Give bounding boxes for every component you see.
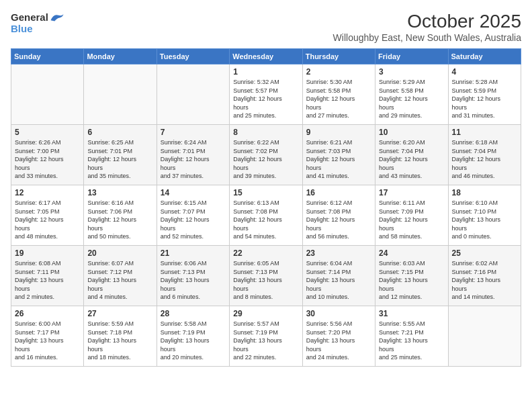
day-number: 19 xyxy=(15,248,80,258)
day-number: 31 xyxy=(379,309,444,318)
calendar-cell: 17 Sunrise: 6:11 AMSunset: 7:09 PMDaylig… xyxy=(375,185,448,246)
header-monday: Monday xyxy=(84,49,157,64)
day-number: 12 xyxy=(15,188,80,197)
day-detail: Sunrise: 5:29 AMSunset: 5:58 PMDaylight:… xyxy=(379,79,428,119)
logo-blue: Blue xyxy=(11,23,33,34)
day-detail: Sunrise: 6:11 AMSunset: 7:09 PMDaylight:… xyxy=(379,199,428,240)
day-detail: Sunrise: 6:15 AMSunset: 7:07 PMDaylight:… xyxy=(161,199,210,240)
day-detail: Sunrise: 5:59 AMSunset: 7:18 PMDaylight:… xyxy=(87,320,136,361)
day-number: 14 xyxy=(161,188,226,197)
calendar-cell: 27 Sunrise: 5:59 AMSunset: 7:18 PMDaylig… xyxy=(84,306,157,367)
page-header: General Blue October 2025 Willoughby Eas… xyxy=(11,11,521,43)
calendar-cell: 13 Sunrise: 6:16 AMSunset: 7:06 PMDaylig… xyxy=(84,185,157,246)
day-detail: Sunrise: 6:02 AMSunset: 7:16 PMDaylight:… xyxy=(452,260,501,300)
day-detail: Sunrise: 6:26 AMSunset: 7:00 PMDaylight:… xyxy=(15,139,64,179)
calendar-cell xyxy=(448,306,521,367)
day-number: 23 xyxy=(306,248,371,258)
day-detail: Sunrise: 6:24 AMSunset: 7:01 PMDaylight:… xyxy=(161,139,210,179)
day-detail: Sunrise: 6:05 AMSunset: 7:13 PMDaylight:… xyxy=(233,260,282,300)
header-saturday: Saturday xyxy=(448,49,521,64)
day-number: 5 xyxy=(15,128,80,137)
day-number: 21 xyxy=(161,248,226,258)
day-number: 15 xyxy=(233,188,298,197)
calendar-cell: 9 Sunrise: 6:21 AMSunset: 7:03 PMDayligh… xyxy=(302,125,375,185)
header-tuesday: Tuesday xyxy=(157,49,229,64)
calendar-cell xyxy=(157,64,229,125)
day-detail: Sunrise: 6:21 AMSunset: 7:03 PMDaylight:… xyxy=(306,139,355,179)
calendar-cell: 15 Sunrise: 6:13 AMSunset: 7:08 PMDaylig… xyxy=(230,185,302,246)
calendar-cell: 23 Sunrise: 6:04 AMSunset: 7:14 PMDaylig… xyxy=(302,246,375,306)
day-number: 29 xyxy=(233,309,298,318)
day-detail: Sunrise: 6:00 AMSunset: 7:17 PMDaylight:… xyxy=(15,320,64,361)
day-detail: Sunrise: 6:07 AMSunset: 7:12 PMDaylight:… xyxy=(87,260,136,300)
calendar-cell: 12 Sunrise: 6:17 AMSunset: 7:05 PMDaylig… xyxy=(11,185,84,246)
day-detail: Sunrise: 6:10 AMSunset: 7:10 PMDaylight:… xyxy=(452,199,501,240)
calendar-week-row: 1 Sunrise: 5:32 AMSunset: 5:57 PMDayligh… xyxy=(11,64,521,125)
day-number: 17 xyxy=(379,188,444,197)
day-detail: Sunrise: 5:32 AMSunset: 5:57 PMDaylight:… xyxy=(233,79,282,119)
day-number: 26 xyxy=(15,309,80,318)
calendar-header-row: SundayMondayTuesdayWednesdayThursdayFrid… xyxy=(11,49,521,64)
day-number: 11 xyxy=(452,128,517,137)
calendar-cell: 16 Sunrise: 6:12 AMSunset: 7:08 PMDaylig… xyxy=(302,185,375,246)
calendar-cell: 6 Sunrise: 6:25 AMSunset: 7:01 PMDayligh… xyxy=(84,125,157,185)
day-detail: Sunrise: 6:13 AMSunset: 7:08 PMDaylight:… xyxy=(233,199,282,240)
day-number: 9 xyxy=(306,128,371,137)
calendar-cell xyxy=(11,64,84,125)
day-number: 7 xyxy=(161,128,226,137)
calendar-week-row: 26 Sunrise: 6:00 AMSunset: 7:17 PMDaylig… xyxy=(11,306,521,367)
day-number: 13 xyxy=(87,188,152,197)
day-number: 28 xyxy=(161,309,226,318)
day-number: 18 xyxy=(452,188,517,197)
calendar-cell: 21 Sunrise: 6:06 AMSunset: 7:13 PMDaylig… xyxy=(157,246,229,306)
calendar-cell: 26 Sunrise: 6:00 AMSunset: 7:17 PMDaylig… xyxy=(11,306,84,367)
calendar-cell: 20 Sunrise: 6:07 AMSunset: 7:12 PMDaylig… xyxy=(84,246,157,306)
day-detail: Sunrise: 6:03 AMSunset: 7:15 PMDaylight:… xyxy=(379,260,428,300)
day-detail: Sunrise: 6:20 AMSunset: 7:04 PMDaylight:… xyxy=(379,139,428,179)
day-number: 8 xyxy=(233,128,298,137)
day-detail: Sunrise: 6:04 AMSunset: 7:14 PMDaylight:… xyxy=(306,260,355,300)
day-number: 4 xyxy=(452,67,517,77)
day-number: 2 xyxy=(306,67,371,77)
day-number: 24 xyxy=(379,248,444,258)
day-detail: Sunrise: 5:55 AMSunset: 7:21 PMDaylight:… xyxy=(379,320,428,361)
calendar-week-row: 5 Sunrise: 6:26 AMSunset: 7:00 PMDayligh… xyxy=(11,125,521,185)
day-number: 20 xyxy=(87,248,152,258)
calendar-cell: 19 Sunrise: 6:08 AMSunset: 7:11 PMDaylig… xyxy=(11,246,84,306)
day-detail: Sunrise: 6:16 AMSunset: 7:06 PMDaylight:… xyxy=(87,199,136,240)
calendar-cell: 11 Sunrise: 6:18 AMSunset: 7:04 PMDaylig… xyxy=(448,125,521,185)
day-detail: Sunrise: 5:30 AMSunset: 5:58 PMDaylight:… xyxy=(306,79,355,119)
calendar-cell: 3 Sunrise: 5:29 AMSunset: 5:58 PMDayligh… xyxy=(375,64,448,125)
calendar-cell: 14 Sunrise: 6:15 AMSunset: 7:07 PMDaylig… xyxy=(157,185,229,246)
calendar-week-row: 19 Sunrise: 6:08 AMSunset: 7:11 PMDaylig… xyxy=(11,246,521,306)
header-sunday: Sunday xyxy=(11,49,84,64)
header-friday: Friday xyxy=(375,49,448,64)
day-detail: Sunrise: 6:06 AMSunset: 7:13 PMDaylight:… xyxy=(161,260,210,300)
logo-general: General xyxy=(11,11,48,23)
calendar-cell: 5 Sunrise: 6:26 AMSunset: 7:00 PMDayligh… xyxy=(11,125,84,185)
calendar-week-row: 12 Sunrise: 6:17 AMSunset: 7:05 PMDaylig… xyxy=(11,185,521,246)
calendar-cell: 24 Sunrise: 6:03 AMSunset: 7:15 PMDaylig… xyxy=(375,246,448,306)
location-title: Willoughby East, New South Wales, Austra… xyxy=(333,32,521,43)
day-detail: Sunrise: 6:25 AMSunset: 7:01 PMDaylight:… xyxy=(87,139,136,179)
calendar-cell: 29 Sunrise: 5:57 AMSunset: 7:19 PMDaylig… xyxy=(230,306,302,367)
logo-bird-icon xyxy=(50,11,64,23)
day-number: 27 xyxy=(87,309,152,318)
header-wednesday: Wednesday xyxy=(230,49,302,64)
day-detail: Sunrise: 6:12 AMSunset: 7:08 PMDaylight:… xyxy=(306,199,355,240)
day-number: 1 xyxy=(233,67,298,77)
day-number: 6 xyxy=(87,128,152,137)
calendar-cell: 8 Sunrise: 6:22 AMSunset: 7:02 PMDayligh… xyxy=(230,125,302,185)
title-block: October 2025 Willoughby East, New South … xyxy=(333,11,521,43)
calendar-cell: 31 Sunrise: 5:55 AMSunset: 7:21 PMDaylig… xyxy=(375,306,448,367)
header-thursday: Thursday xyxy=(302,49,375,64)
day-number: 10 xyxy=(379,128,444,137)
day-detail: Sunrise: 5:57 AMSunset: 7:19 PMDaylight:… xyxy=(233,320,282,361)
day-detail: Sunrise: 6:17 AMSunset: 7:05 PMDaylight:… xyxy=(15,199,64,240)
calendar-cell: 1 Sunrise: 5:32 AMSunset: 5:57 PMDayligh… xyxy=(230,64,302,125)
logo: General Blue xyxy=(11,11,64,34)
calendar-cell: 22 Sunrise: 6:05 AMSunset: 7:13 PMDaylig… xyxy=(230,246,302,306)
calendar-cell: 18 Sunrise: 6:10 AMSunset: 7:10 PMDaylig… xyxy=(448,185,521,246)
day-number: 3 xyxy=(379,67,444,77)
day-number: 16 xyxy=(306,188,371,197)
